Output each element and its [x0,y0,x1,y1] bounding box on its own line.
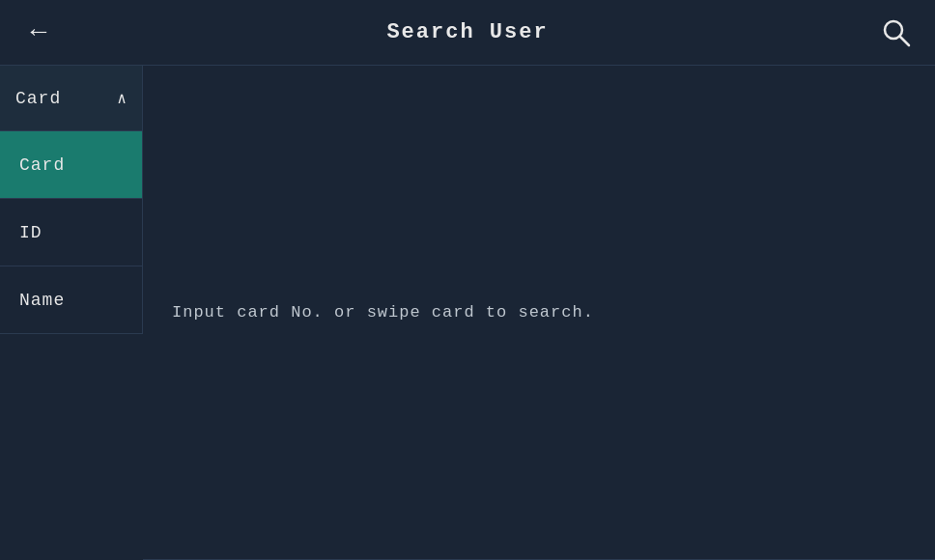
dropdown-item-id[interactable]: ID [0,199,142,266]
dropdown-selected[interactable]: Card ∧ [0,66,143,131]
instruction-area: Input card No. or swipe card to search. [143,66,935,560]
header: ← Search User [0,0,935,66]
content-area: Card ∧ Card ID Name Input card No. or sw… [0,66,935,560]
dropdown-list: Card ID Name [0,131,143,334]
dropdown-item-name[interactable]: Name [0,266,142,334]
dropdown-item-id-label: ID [19,223,42,242]
search-type-dropdown[interactable]: Card ∧ Card ID Name [0,66,143,560]
svg-line-1 [899,36,909,45]
search-icon [881,17,912,48]
page-title: Search User [386,20,548,44]
dropdown-item-name-label: Name [19,291,65,310]
instruction-text: Input card No. or swipe card to search. [172,303,594,322]
dropdown-item-card[interactable]: Card [0,131,142,199]
back-button[interactable]: ← [19,14,58,52]
dropdown-selected-label: Card [15,89,61,108]
main-content: Input card No. or swipe card to search. [143,66,935,560]
chevron-up-icon: ∧ [117,89,127,108]
search-button[interactable] [877,14,916,52]
back-arrow-icon: ← [31,19,47,46]
dropdown-item-card-label: Card [19,155,65,175]
